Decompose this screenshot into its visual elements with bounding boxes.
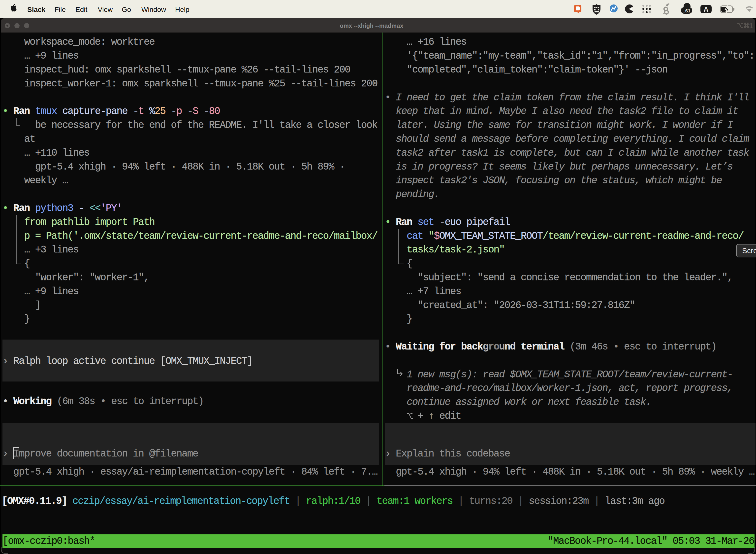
svg-text:..61: ..61 [683, 8, 691, 13]
